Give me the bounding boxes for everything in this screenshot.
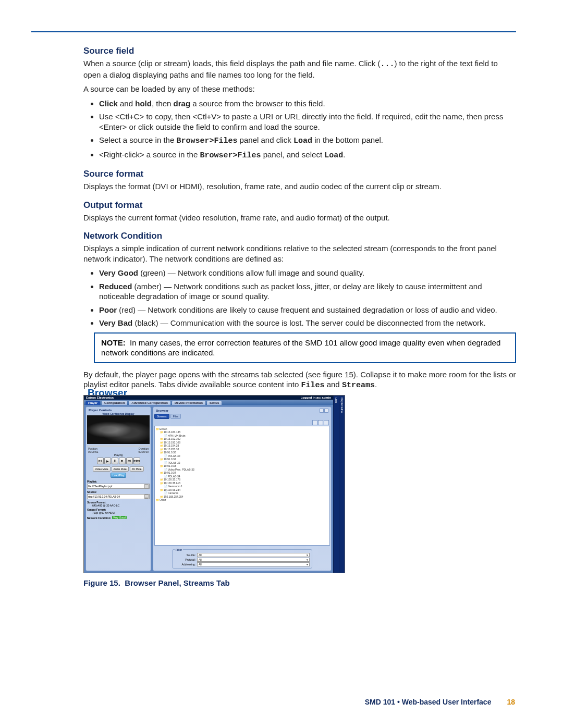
ffwd-button[interactable]: ⏭⏭ [133, 458, 140, 464]
stop-button[interactable]: ■ [119, 458, 126, 464]
page-top-rule [31, 31, 516, 32]
filter-source-label: Source: [175, 553, 195, 557]
playlist-field[interactable]: file:///TestPlaylist.jspf... [87, 484, 150, 489]
filter-source-select[interactable]: All▾ [197, 553, 310, 557]
source-field-bullet: Click and hold, then drag a source from … [99, 98, 516, 109]
network-condition-label: Network Condition: [87, 516, 111, 520]
av-mute-button[interactable]: AV Mute [130, 466, 144, 472]
tab-status[interactable]: Status [207, 401, 222, 405]
output-format-body: Displays the current format (video resol… [83, 213, 516, 223]
skip-back-button[interactable]: ⏮ [97, 458, 104, 464]
nc-bullet: Very Bad (black) — Communication with th… [99, 318, 516, 328]
toolbar-icon[interactable] [324, 420, 329, 425]
tab-device-info[interactable]: Device Information [172, 401, 205, 405]
pause-button[interactable]: ⏸ [112, 458, 118, 464]
expand-icon[interactable] [324, 409, 328, 413]
player-controls-title: Player Controls [89, 409, 112, 412]
ss-header: Extron Electronics Logged in as: admin [84, 396, 333, 400]
source-field-bullets: Click and hold, then drag a source from … [83, 98, 516, 161]
filter-protocol-label: Protocol: [175, 558, 195, 561]
filter-legend: Filter [175, 548, 183, 551]
page-number: 18 [507, 698, 515, 706]
source-field-bullet: Use <Ctl+C> to copy, then <Ctl+V> to pas… [99, 112, 516, 132]
filter-fieldset: Filter Source:All▾ Protocol:All▾ Address… [172, 548, 312, 569]
tree-folder[interactable]: Other [156, 498, 328, 502]
audio-mute-button[interactable]: Audio Mute [112, 466, 129, 472]
network-condition-bullets: Very Good (green) — Network conditions a… [83, 268, 516, 328]
subtab-streams[interactable]: Streams [154, 414, 169, 419]
toolbar-icon[interactable] [318, 420, 323, 425]
filter-addressing-select[interactable]: All▾ [197, 562, 310, 566]
network-condition-body: Displays a simple indication of current … [83, 243, 516, 264]
source-field[interactable]: rtsp://10.91.0.34:PDLAB-34... [87, 494, 150, 499]
source-field-bullet: <Right-click> a source in the Browser>Fi… [99, 150, 516, 161]
ss-brand: Extron Electronics [86, 396, 114, 399]
subtab-files[interactable]: Files [170, 414, 181, 419]
ss-main-tabs: Player Configuration Advanced Configurat… [84, 400, 333, 405]
video-mute-button[interactable]: Video Mute [93, 466, 110, 472]
play-button[interactable]: ▶ [104, 458, 111, 464]
load-play-button[interactable]: Load/Play [111, 473, 126, 478]
source-format-value: 640x480 @ 30 AAC-LC [87, 504, 150, 507]
heading-network-condition: Network Condition [83, 231, 516, 241]
browser-panel-title: Browser [156, 409, 168, 412]
transport-controls: ⏮ ▶ ⏸ ■ ⏭ ⏭⏭ [87, 458, 150, 464]
page-footer: SMD 101 • Web-based User Interface18 [365, 698, 515, 706]
ss-login: Logged in as: admin [301, 396, 331, 399]
skip-fwd-button[interactable]: ⏭ [126, 458, 133, 464]
collapse-icon[interactable] [320, 409, 324, 413]
browser-body: By default, the player page opens with t… [83, 369, 516, 391]
stream-tree[interactable]: Extron10.13.183.138HPN_UK-Bruin10.13.192… [154, 426, 330, 546]
playlist-label: Playlist: [87, 480, 150, 483]
figure-15-screenshot: Extron Electronics Logged in as: admin P… [83, 395, 345, 573]
player-controls-panel: Player Controls Video Confidence Display… [85, 406, 151, 571]
heading-source-field: Source field [83, 46, 516, 56]
toolbar-icon[interactable] [312, 420, 317, 425]
tab-player[interactable]: Player [85, 401, 100, 405]
source-format-body: Displays the format (DVI or HDMI), resol… [83, 181, 516, 192]
playback-status: Playing [87, 453, 150, 456]
playlist-editor-sidebar[interactable]: Playlist Editor [339, 396, 345, 573]
source-field-p2: A source can be loaded by any of these m… [83, 84, 516, 94]
source-field-p1: When a source (clip or stream) loads, th… [83, 58, 516, 80]
nc-bullet: Reduced (amber) — Network conditions suc… [99, 281, 516, 302]
lists-sidebar[interactable]: Lists [333, 396, 339, 573]
source-field-bullet: Select a source in the Browser>Files pan… [99, 135, 516, 146]
heading-output-format: Output format [83, 200, 516, 211]
video-confidence-display [87, 415, 150, 444]
progress-bar[interactable] [87, 446, 150, 447]
source-browse-icon[interactable]: ... [144, 495, 149, 499]
nc-bullet: Poor (red) — Network conditions are like… [99, 305, 516, 315]
playlist-browse-icon[interactable]: ... [144, 484, 149, 488]
source-label: Source: [87, 490, 150, 493]
note-box: NOTE: In many cases, the error correctio… [94, 332, 516, 363]
filter-protocol-select[interactable]: All▾ [197, 558, 310, 562]
figure-caption: Figure 15. Browser Panel, Streams Tab [83, 578, 516, 587]
tab-advanced-config[interactable]: Advanced Configuration [129, 401, 170, 405]
output-format-value: 720p @60 hz HDMI [87, 511, 150, 514]
browser-panel: Browser Streams Files Extron10.13.183.13… [153, 406, 332, 571]
filter-addressing-label: Addressing: [175, 563, 195, 566]
tab-configuration[interactable]: Configuration [102, 401, 127, 405]
heading-source-format: Source format [83, 169, 516, 179]
network-condition-badge: Very Good [112, 516, 127, 519]
nc-bullet: Very Good (green) — Network conditions a… [99, 268, 516, 278]
